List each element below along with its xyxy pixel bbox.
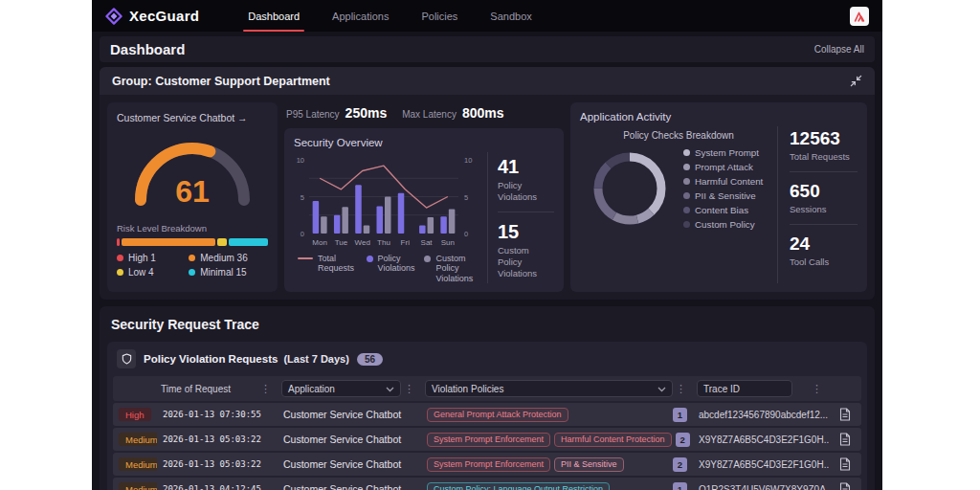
risk-legend-label: Minimal 15 (200, 267, 246, 278)
policy-count-badge: 2 (673, 457, 687, 472)
trace-id-column-menu-icon[interactable]: ⋮ (809, 383, 825, 395)
trace-subheader: Policy Violation Requests (Last 7 Days) … (113, 347, 861, 376)
stat-divider (498, 212, 554, 212)
chart-legend-item: Policy Violations (367, 254, 415, 274)
shield-icon (117, 349, 136, 368)
security-overview-legend: Total RequestsPolicy ViolationsCustom Po… (294, 254, 481, 283)
brand-logo[interactable]: XecGuard (105, 8, 199, 25)
time-column-header: Time of Request ⋮ (157, 376, 278, 401)
risk-segment-high (117, 238, 120, 246)
policy-checks-legend: System PromptPrompt AttackHarmful Conten… (683, 147, 763, 230)
application-cell: Customer Service Chatbot (278, 458, 421, 470)
risk-legend: High 1Medium 36Low 4Minimal 15 (117, 253, 268, 278)
collapse-group-button[interactable] (850, 75, 862, 87)
violations-cell: System Prompt EnforcementPII & Sensitive… (421, 457, 693, 472)
time-cell: 2026-01-13 05:03:22 (157, 434, 278, 444)
svg-text:Tue: Tue (335, 238, 348, 247)
trace-id-cell: X9Y8Z7A6B5C4D3E2F1G0H... (693, 459, 829, 470)
security-overview-stat: 41Policy Violations (498, 156, 554, 203)
policy-checks-title: Policy Checks Breakdown (580, 130, 777, 141)
collapse-diagonal-icon (850, 75, 862, 87)
trace-id-filter-box[interactable]: Trace ID (697, 380, 792, 397)
stat-value: 12563 (790, 128, 858, 149)
policy-chip: General Prompt Attack Protection (427, 408, 568, 422)
table-row[interactable]: Medium2026-01-13 04:12:45Customer Servic… (113, 478, 861, 490)
doc-cell (829, 433, 861, 446)
stat-value: 24 (790, 234, 858, 255)
application-activity-stat: 650Sessions (790, 181, 858, 215)
risk-segment-minimal (229, 238, 268, 246)
table-row[interactable]: Medium2026-01-13 05:03:22Customer Servic… (113, 428, 861, 451)
legend-dot (683, 207, 690, 213)
security-overview-card: Security Overview 00551010MonTueWedThuFr… (284, 128, 564, 292)
policy-checks-legend-label: System Prompt (695, 147, 759, 158)
stat-divider (790, 224, 858, 225)
doc-cell (829, 408, 861, 421)
policy-checks-legend-label: Content Bias (695, 205, 748, 215)
stat-label: Policy Violations (498, 180, 554, 203)
tab-policies[interactable]: Policies (405, 0, 474, 32)
document-icon[interactable] (835, 457, 856, 471)
severity-cell: Medium (113, 482, 157, 490)
risk-gauge: 61 (125, 133, 259, 213)
table-row[interactable]: Medium2026-01-13 05:03:22Customer Servic… (113, 453, 861, 476)
application-column-menu-icon[interactable]: ⋮ (401, 383, 417, 395)
application-activity-stats: 12563Total Requests650Sessions24Tool Cal… (777, 126, 858, 283)
application-link[interactable]: Customer Service Chatbot → (117, 112, 268, 123)
policy-checks-legend-item: System Prompt (683, 147, 763, 158)
svg-text:Wed: Wed (355, 238, 370, 247)
svg-text:Mon: Mon (312, 238, 327, 247)
application-activity-stat: 24Tool Calls (790, 234, 858, 268)
latency-row: P95 Latency 250ms Max Latency 800ms (284, 102, 564, 128)
policy-checks-donut (588, 146, 672, 231)
svg-text:Thu: Thu (377, 238, 390, 247)
risk-breakdown-title: Risk Level Breakdown (117, 223, 268, 234)
tab-sandbox[interactable]: Sandbox (474, 0, 547, 32)
violations-column-header: Violation Policies ⋮ (421, 376, 693, 401)
violation-policies-filter-select[interactable]: Violation Policies (425, 380, 673, 397)
application-filter-select[interactable]: Application (281, 380, 401, 397)
svg-text:0: 0 (464, 230, 468, 238)
severity-badge: High (119, 408, 151, 421)
trace-subheader-period: (Last 7 Days) (283, 353, 348, 365)
alert-logo-button[interactable] (850, 7, 869, 26)
policy-chip: System Prompt Enforcement (427, 457, 550, 472)
tab-dashboard[interactable]: Dashboard (232, 0, 316, 32)
chart-legend-item: Custom Policy Violations (424, 254, 481, 283)
document-icon[interactable] (835, 408, 856, 421)
stat-label: Custom Policy Violations (498, 245, 554, 279)
application-activity-card: Application Activity Policy Checks Break… (570, 102, 867, 292)
risk-gauge-card: Customer Service Chatbot → 61 Risk Level… (107, 102, 278, 292)
table-row[interactable]: High2026-01-13 07:30:55Customer Service … (113, 403, 861, 426)
tab-applications[interactable]: Applications (316, 0, 405, 32)
violations-column-menu-icon[interactable]: ⋮ (673, 383, 689, 395)
time-cell: 2026-01-13 04:12:45 (157, 484, 278, 490)
collapse-all-button[interactable]: Collapse All (814, 44, 864, 55)
app-window: XecGuard DashboardApplicationsPoliciesSa… (92, 0, 882, 490)
risk-legend-item: High 1 (117, 253, 189, 263)
policy-chip: Harmful Content Protection (554, 433, 672, 447)
violations-cell: Custom Policy: Language Output Restricti… (421, 482, 693, 490)
policy-checks-legend-item: Harmful Content (683, 176, 763, 187)
group-panel-header: Group: Customer Support Department (100, 67, 875, 95)
time-column-menu-icon[interactable]: ⋮ (257, 383, 274, 395)
trace-table-header: Time of Request ⋮ Application ⋮ (113, 376, 861, 401)
document-icon[interactable] (835, 433, 856, 446)
top-navbar: XecGuard DashboardApplicationsPoliciesSa… (92, 0, 882, 32)
line-swatch (298, 257, 313, 259)
legend-dot (424, 256, 431, 262)
application-cell: Customer Service Chatbot (278, 434, 421, 445)
severity-cell: High (113, 408, 157, 421)
security-overview-stats: 41Policy Violations15Custom Policy Viola… (487, 152, 554, 283)
policy-checks-legend-label: Custom Policy (695, 219, 755, 230)
document-icon[interactable] (835, 482, 856, 490)
svg-text:10: 10 (297, 156, 304, 165)
policy-checks-legend-item: Custom Policy (683, 219, 763, 230)
svg-text:10: 10 (464, 156, 472, 165)
legend-dot (367, 256, 373, 262)
violation-count-badge: 56 (357, 353, 383, 366)
legend-dot (683, 221, 690, 228)
security-overview-chart: 00551010MonTueWedThuFriSatSun (294, 152, 481, 252)
risk-legend-label: Low 4 (128, 267, 154, 278)
legend-dot (683, 192, 690, 199)
